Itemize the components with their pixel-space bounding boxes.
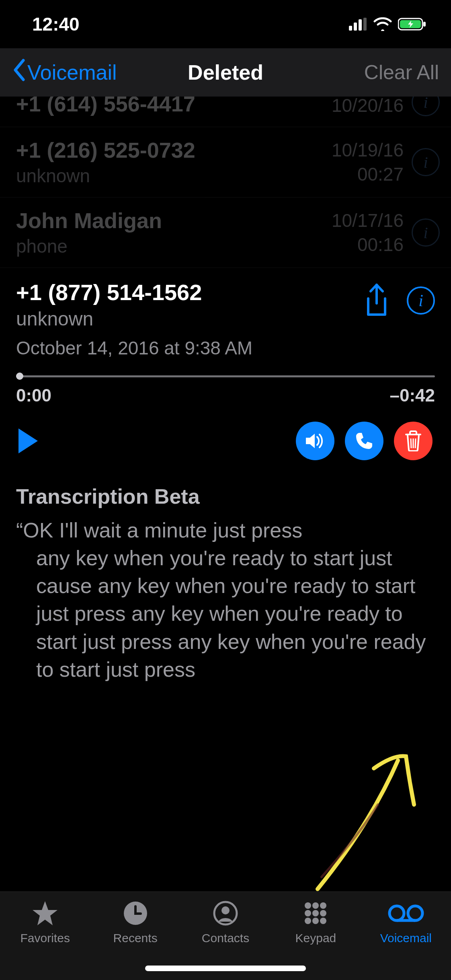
voicemail-row[interactable]: +1 (216) 525-0732 unknown 10/19/16 00:27… (0, 127, 451, 198)
svg-point-13 (305, 910, 311, 916)
scrubber-thumb[interactable] (16, 373, 23, 380)
svg-point-19 (390, 906, 404, 920)
speaker-button[interactable] (296, 422, 334, 460)
speaker-icon (304, 431, 326, 451)
tab-label: Recents (113, 931, 158, 945)
back-button[interactable]: Voicemail (12, 59, 117, 86)
tab-favorites[interactable]: Favorites (0, 892, 90, 980)
tab-label: Favorites (20, 931, 70, 945)
chevron-left-icon (12, 59, 26, 86)
status-bar: 12:40 (0, 0, 451, 48)
remaining-time: –0:42 (390, 385, 435, 406)
elapsed-time: 0:00 (16, 385, 51, 406)
tab-label: Voicemail (380, 931, 432, 945)
duration: 00:27 (332, 163, 404, 185)
cellular-icon (349, 18, 367, 31)
svg-point-9 (221, 906, 230, 914)
expanded-caller: +1 (877) 514-1562 (16, 279, 351, 305)
transcription-section: Transcription Beta “OK I'll wait a minut… (0, 468, 451, 684)
nav-bar: Voicemail Deleted Clear All (0, 48, 451, 97)
caller-label: unknown (16, 165, 324, 187)
transcription-line-first: “OK I'll wait a minute just press (16, 519, 302, 542)
svg-rect-0 (349, 26, 352, 31)
wifi-icon (373, 17, 392, 31)
voicemail-row[interactable]: John Madigan phone 10/17/16 00:16 i (0, 198, 451, 268)
caller: +1 (216) 525-0732 (16, 138, 324, 163)
svg-point-20 (408, 906, 422, 920)
person-icon (213, 899, 238, 927)
trash-icon (404, 430, 422, 451)
voicemail-list: +1 (614) 556-4417 10/20/16 i +1 (216) 52… (0, 97, 451, 684)
battery-charging-icon (398, 17, 427, 31)
caller: John Madigan (16, 208, 324, 233)
svg-point-14 (312, 910, 319, 916)
home-indicator[interactable] (145, 966, 306, 971)
tab-label: Keypad (295, 931, 336, 945)
clock-icon (123, 899, 148, 927)
status-time: 12:40 (32, 13, 80, 35)
tab-label: Contacts (202, 931, 249, 945)
play-icon (16, 427, 40, 455)
expanded-timestamp: October 14, 2016 at 9:38 AM (16, 337, 351, 359)
status-indicators (349, 17, 427, 31)
voicemail-expanded: +1 (877) 514-1562 unknown October 14, 20… (0, 268, 451, 468)
clear-all-button[interactable]: Clear All (364, 61, 439, 84)
svg-point-18 (320, 918, 326, 924)
back-label: Voicemail (27, 60, 117, 84)
svg-rect-5 (423, 22, 426, 27)
keypad-icon (303, 899, 328, 927)
duration: 00:16 (332, 234, 404, 255)
scrubber-track (16, 375, 435, 377)
svg-point-12 (320, 902, 326, 909)
transcription-body: “OK I'll wait a minute just press any ke… (16, 517, 435, 684)
voicemail-row[interactable]: +1 (614) 556-4417 10/20/16 i (0, 97, 451, 127)
voicemail-icon (388, 899, 424, 927)
svg-rect-3 (363, 18, 367, 31)
date: 10/17/16 (332, 210, 404, 231)
star-icon (32, 899, 58, 927)
svg-point-16 (305, 918, 311, 924)
share-icon (363, 283, 391, 318)
svg-point-17 (312, 918, 319, 924)
transcription-title: Transcription Beta (16, 484, 435, 509)
caller-label: phone (16, 235, 324, 257)
svg-point-10 (305, 902, 311, 909)
date: 10/20/16 (332, 97, 404, 116)
content: +1 (614) 556-4417 10/20/16 i +1 (216) 52… (0, 97, 451, 891)
tab-voicemail[interactable]: Voicemail (361, 892, 451, 980)
svg-point-11 (312, 902, 319, 909)
call-back-button[interactable] (345, 422, 383, 460)
share-button[interactable] (363, 283, 391, 318)
svg-point-15 (320, 910, 326, 916)
info-button[interactable]: i (412, 148, 440, 176)
info-button[interactable]: i (407, 286, 435, 315)
caller: +1 (614) 556-4417 (16, 97, 324, 116)
info-button[interactable]: i (412, 218, 440, 247)
svg-rect-2 (359, 19, 362, 31)
playback-scrubber[interactable] (16, 373, 435, 380)
delete-button[interactable] (394, 422, 433, 460)
phone-icon (355, 431, 374, 451)
svg-rect-1 (354, 23, 357, 31)
expanded-label: unknown (16, 308, 351, 330)
date: 10/19/16 (332, 139, 404, 161)
play-button[interactable] (16, 427, 40, 455)
transcription-line-rest: any key when you're ready to start just … (16, 544, 435, 684)
info-button[interactable]: i (412, 97, 440, 116)
